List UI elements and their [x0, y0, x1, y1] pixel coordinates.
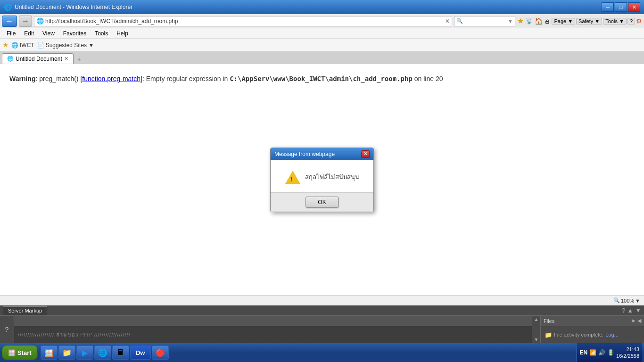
back-button[interactable]: ← — [2, 16, 17, 27]
taskbar-item-calc[interactable]: 🖩 — [112, 346, 129, 360]
taskbar-item-1[interactable]: 📁 — [58, 346, 75, 360]
page-menu[interactable]: Page ▼ — [552, 18, 575, 25]
dw-right-header-text: Files — [544, 318, 554, 324]
safety-menu[interactable]: Safety ▼ — [576, 18, 602, 25]
zoom-dropdown-arrow[interactable]: ▼ — [635, 298, 640, 304]
address-bar[interactable]: 🌐 http://localhost/Book_IWCT/admin/ch_ad… — [34, 16, 452, 26]
dw-content-body: /////////////////// ส่วนของ PHP ////////… — [14, 326, 532, 343]
ie-window: 🌐 Untitled Document - Windows Internet E… — [0, 0, 644, 362]
language-indicator: EN — [579, 349, 587, 356]
battery-icon: 🔋 — [607, 349, 614, 356]
dw-right-contract-icon[interactable]: ◀ — [637, 318, 641, 324]
new-tab-button[interactable]: + — [74, 54, 84, 64]
printer-icon[interactable]: 🖨 — [545, 17, 551, 25]
taskbar-icon-calc: 🖩 — [115, 347, 126, 358]
dw-right-header-icons: ► ◀ — [631, 318, 641, 324]
dialog-body: สกุลไฟล์ไม่สนับสนุน — [271, 160, 373, 192]
dialog-close-button[interactable]: ✕ — [361, 150, 370, 158]
warning-body: : preg_match() [ — [35, 75, 82, 82]
favorites-bar-star-icon: ★ — [3, 41, 8, 49]
modal-overlay: Message from webpage ✕ สกุลไฟล์ไม่สนับสน… — [0, 64, 644, 295]
search-box[interactable]: 🔍 ▼ — [454, 16, 515, 26]
tab-close-button[interactable]: ✕ — [64, 56, 68, 62]
suggested-sites-label: Suggested Sites ▼ — [46, 42, 94, 49]
warning-rest: ]: Empty regular expression in — [140, 75, 230, 82]
browser-content: Warning: preg_match() [function.preg-mat… — [0, 64, 644, 295]
zoom-level: 🔍 100% ▼ — [613, 297, 640, 304]
tab-favicon: 🌐 — [7, 56, 14, 62]
dw-help-icon[interactable]: ? — [622, 307, 625, 314]
suggested-sites-icon: 📄 — [37, 42, 44, 49]
help-icon[interactable]: ? — [627, 18, 635, 25]
minimize-button[interactable]: ─ — [602, 2, 614, 12]
nav-bar: ← → 🌐 http://localhost/Book_IWCT/admin/c… — [0, 14, 644, 28]
clock-date: 16/2/2558 — [616, 353, 639, 359]
dw-server-markup-tab[interactable]: Server Markup — [3, 306, 47, 315]
dw-sidebar-question-icon[interactable]: ? — [5, 326, 9, 333]
taskbar-item-chrome[interactable]: 🔴 — [152, 346, 169, 360]
scroll-down-arrow[interactable]: ▼ — [534, 337, 539, 342]
taskbar-icon-chrome: 🔴 — [155, 347, 166, 358]
favorites-bar-left: ★ 🌐 IWCT 📄 Suggested Sites ▼ — [3, 41, 94, 49]
close-button[interactable]: ✕ — [628, 2, 640, 12]
dw-right-panel-header: Files ► ◀ — [541, 316, 644, 326]
menu-file[interactable]: File — [3, 29, 19, 38]
taskbar-icon-dw: Dw — [136, 349, 145, 356]
warning-line: on line 20 — [413, 75, 443, 82]
dw-right-panel-content: 📁 File activity complete. Log... — [541, 326, 644, 343]
file-activity-icon: 📁 — [545, 331, 552, 338]
taskbar-item-0[interactable]: 🪟 — [41, 346, 58, 360]
php-bar-text: /////////////////// ส่วนของ PHP ////////… — [18, 330, 131, 339]
title-bar-controls: ─ □ ✕ — [602, 2, 640, 12]
start-icon: 🪟 — [8, 349, 16, 356]
maximize-button[interactable]: □ — [615, 2, 627, 12]
dialog-warning-icon — [285, 170, 300, 185]
warning-link[interactable]: function.preg-match — [82, 75, 140, 82]
taskbar-item-dw[interactable]: Dw — [130, 346, 151, 360]
favorites-item-suggested[interactable]: 📄 Suggested Sites ▼ — [37, 42, 94, 49]
address-clear-button[interactable]: ✕ — [445, 18, 450, 25]
start-button[interactable]: 🪟 Start — [2, 345, 38, 360]
start-label: Start — [17, 349, 32, 356]
menu-favorites[interactable]: Favorites — [59, 29, 90, 38]
menu-help[interactable]: Help — [113, 29, 132, 38]
menu-view[interactable]: View — [39, 29, 58, 38]
menu-edit[interactable]: Edit — [20, 29, 38, 38]
dw-panel-up-arrow[interactable]: ▲ — [627, 307, 633, 314]
feeds-icon[interactable]: 📡 — [526, 18, 533, 25]
dw-panel-down-arrow[interactable]: ▼ — [635, 307, 641, 314]
browser-tab-0[interactable]: 🌐 Untitled Document ✕ — [2, 53, 74, 64]
dialog-titlebar: Message from webpage ✕ — [271, 148, 373, 160]
favorites-bar: ★ 🌐 IWCT 📄 Suggested Sites ▼ — [0, 39, 644, 52]
window-title: Untitled Document - Windows Internet Exp… — [15, 4, 132, 10]
search-button[interactable]: ▼ — [508, 18, 513, 25]
taskbar-item-2[interactable]: ▶ — [76, 346, 93, 360]
dialog-ok-button[interactable]: OK — [305, 197, 339, 208]
taskbar-right: EN 📶 🔊 🔋 21:43 16/2/2558 — [576, 343, 642, 362]
search-placeholder: 🔍 — [456, 18, 507, 24]
tab-label: Untitled Document — [16, 56, 62, 62]
ie-gear-icon[interactable]: ⚙ — [636, 17, 642, 25]
favorites-item-iwct[interactable]: 🌐 IWCT — [11, 42, 34, 49]
scroll-up-arrow[interactable]: ▲ — [534, 317, 539, 322]
address-url-text: http://localhost/Book_IWCT/admin/ch_add_… — [45, 18, 444, 25]
dialog-footer: OK — [271, 192, 373, 212]
dw-right-expand-icon[interactable]: ► — [631, 318, 636, 324]
tool-icons: 🖨 Page ▼ Safety ▼ Tools ▼ ? ⚙ — [545, 17, 642, 25]
tab-bar: 🌐 Untitled Document ✕ + — [0, 52, 644, 64]
menu-bar: File Edit View Favorites Tools Help — [0, 28, 644, 39]
taskbar-item-ie[interactable]: 🌐 — [94, 346, 111, 360]
dw-scroll-right: ▲ ▼ — [532, 316, 540, 343]
forward-button[interactable]: → — [19, 16, 32, 27]
title-bar-left: 🌐 Untitled Document - Windows Internet E… — [4, 3, 132, 11]
network-icon: 📶 — [589, 349, 596, 356]
log-button[interactable]: Log... — [605, 332, 619, 337]
taskbar-icon-media: ▶ — [79, 347, 91, 358]
favorites-star-icon[interactable]: ★ — [517, 16, 524, 25]
tools-menu[interactable]: Tools ▼ — [603, 18, 627, 25]
menu-tools[interactable]: Tools — [91, 29, 112, 38]
ie-logo-icon: 🌐 — [4, 3, 12, 11]
dw-panel-tabs: Server Markup — [3, 306, 47, 315]
home-icon[interactable]: 🏠 — [535, 17, 543, 25]
iwct-label: IWCT — [20, 42, 34, 49]
